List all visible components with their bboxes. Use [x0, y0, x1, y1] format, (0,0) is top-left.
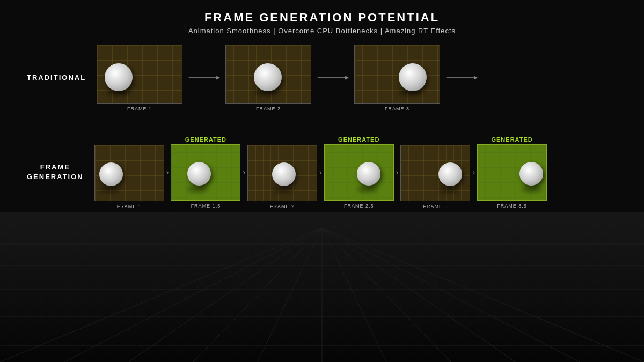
svg-line-6 — [0, 228, 322, 362]
arrow-2 — [311, 75, 354, 81]
svg-line-14 — [322, 228, 515, 362]
traditional-label: TRADITIONAL — [27, 73, 86, 83]
fg-frame-25-label: FRAME 2.5 — [344, 203, 374, 209]
fg-frame-15: GENERATED FRAME 1.5 — [171, 136, 240, 209]
svg-marker-20 — [345, 76, 349, 80]
frame-box — [94, 145, 164, 201]
generated-tag-35: GENERATED — [491, 136, 532, 143]
traditional-frame-1: FRAME 1 — [97, 45, 182, 112]
arrow-fg-3: › — [317, 168, 324, 176]
arrow-3 — [440, 75, 483, 81]
header: FRAME GENERATION POTENTIAL Animation Smo… — [0, 0, 644, 35]
frame-box — [477, 144, 547, 201]
fg-frame-35-label: FRAME 3.5 — [497, 203, 527, 209]
frame-box — [324, 144, 394, 201]
svg-line-8 — [129, 228, 322, 362]
traditional-frames: FRAME 1 FRAME 2 — [97, 45, 644, 112]
frame-box — [171, 144, 240, 201]
traditional-frame-3: FRAME 3 — [354, 45, 440, 112]
svg-line-13 — [322, 228, 451, 362]
frame-1-label: FRAME 1 — [127, 106, 152, 112]
svg-marker-22 — [474, 76, 478, 80]
svg-marker-18 — [216, 76, 220, 80]
fg-frame-2-label: FRAME 2 — [270, 204, 295, 209]
page-title: FRAME GENERATION POTENTIAL — [0, 11, 644, 25]
fg-row: FRAME GENERATION FRAME 1 › GENERATED FRA… — [0, 121, 644, 223]
svg-line-15 — [322, 228, 580, 362]
fg-frame-3: FRAME 3 — [400, 135, 470, 209]
arrow-fg-5: › — [470, 168, 477, 176]
fg-frames: FRAME 1 › GENERATED FRAME 1.5 › FRAME 2 … — [94, 135, 644, 209]
arrow-fg-1: › — [164, 168, 171, 176]
generated-tag-15: GENERATED — [185, 136, 226, 143]
svg-line-10 — [258, 228, 322, 362]
fg-frame-2: FRAME 2 — [247, 135, 317, 209]
arrow-fg-4: › — [394, 168, 401, 176]
fg-frame-1: FRAME 1 — [94, 135, 164, 209]
traditional-frame-2: FRAME 2 — [225, 45, 311, 112]
svg-line-16 — [322, 228, 644, 362]
svg-line-9 — [193, 228, 322, 362]
generated-tag-25: GENERATED — [338, 136, 379, 143]
frame-box — [354, 45, 440, 104]
frame-box — [225, 45, 311, 104]
frame-3-label: FRAME 3 — [385, 106, 409, 112]
svg-line-12 — [322, 228, 386, 362]
svg-line-7 — [64, 228, 322, 362]
fg-frame-35: GENERATED FRAME 3.5 — [477, 136, 547, 209]
frame-box — [97, 45, 182, 104]
arrow-fg-2: › — [240, 168, 247, 176]
traditional-row: TRADITIONAL FRAME 1 FRAME 2 — [0, 35, 644, 121]
fg-frame-3-label: FRAME 3 — [423, 204, 448, 209]
frame-box — [400, 145, 470, 201]
fg-frame-25: GENERATED FRAME 2.5 — [324, 136, 394, 209]
header-subtitle: Animation Smoothness | Overcome CPU Bott… — [0, 27, 644, 35]
arrow-1 — [182, 75, 225, 81]
frame-2-label: FRAME 2 — [256, 106, 281, 112]
fg-frame-1-label: FRAME 1 — [117, 204, 142, 209]
frame-box — [247, 145, 317, 201]
fg-label: FRAME GENERATION — [27, 162, 84, 182]
svg-rect-0 — [0, 212, 644, 362]
fg-frame-15-label: FRAME 1.5 — [191, 203, 221, 209]
